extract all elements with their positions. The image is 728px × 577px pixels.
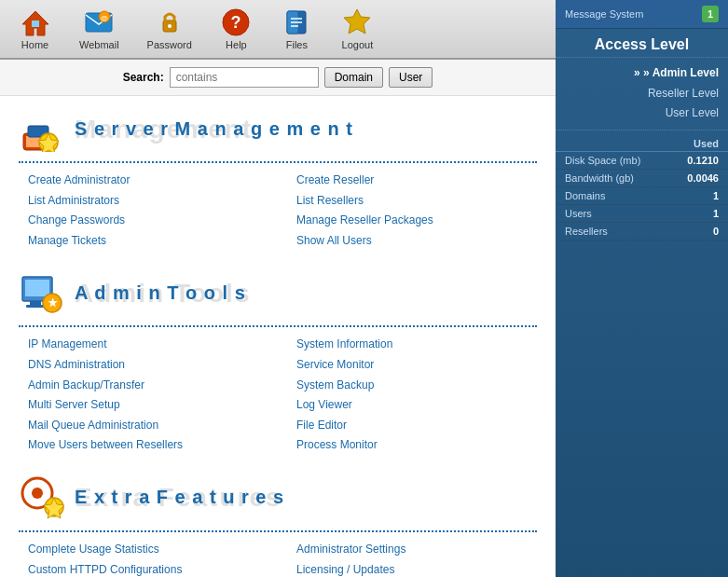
link-manage-tickets[interactable]: Manage Tickets [28,234,106,247]
nav-label-password: Password [147,39,192,50]
link-system-information[interactable]: System Information [296,337,392,350]
link-licensing--updates[interactable]: Licensing / Updates [296,563,394,576]
stat-row-bandwidth-gb: Bandwidth (gb)0.0046 [556,170,728,187]
section-header-extra-features: Extra FeaturesE x t r a F e a t u r e s [19,474,537,521]
link-create-reseller[interactable]: Create Reseller [296,173,374,186]
nav-item-help[interactable]: ?Help [211,4,262,54]
webmail-icon: @ [84,7,114,37]
stat-value: 0.0046 [687,172,719,184]
link-admin-backuptransfer[interactable]: Admin Backup/Transfer [28,378,144,392]
section-admin-tools: ★ Admin ToolsA d m i n T o o l sIP Manag… [19,269,537,456]
section-links-col1-extra-features: Complete Usage StatisticsCustom HTTPD Co… [28,540,268,577]
section-links-server-management: Create AdministratorList AdministratorsC… [19,171,537,251]
message-count-badge[interactable]: 1 [702,6,719,22]
section-title-server-management: S e r v e r M a n a g e m e n t [75,118,353,140]
svg-rect-21 [25,280,49,296]
link-create-administrator[interactable]: Create Administrator [28,173,130,186]
link-list-resellers[interactable]: List Resellers [296,194,364,207]
nav-item-home[interactable]: Home [9,4,61,54]
nav-item-webmail[interactable]: @Webmail [70,4,129,54]
section-links-col2-server-management: Create ResellerList ResellersManage Rese… [296,171,537,251]
nav-item-password[interactable]: Password [138,4,201,54]
section-title-admin-tools: A d m i n T o o l s [75,282,246,304]
section-icon-server-management [19,105,65,152]
section-divider-extra-features [19,530,537,532]
stat-row-users: Users1 [556,205,728,223]
domain-button[interactable]: Domain [324,67,383,88]
link-process-monitor[interactable]: Process Monitor [296,438,378,451]
link-manage-reseller-packages[interactable]: Manage Reseller Packages [296,213,433,227]
logout-icon [342,7,372,37]
sidebar: Message System 1 Access Level » Admin Le… [556,0,728,577]
access-level-reseller-level[interactable]: Reseller Level [565,84,719,104]
svg-point-27 [32,488,43,499]
stat-label: Bandwidth (gb) [565,172,634,184]
link-move-users-between-resellers[interactable]: Move Users between Resellers [28,438,183,451]
top-nav: Home@WebmailPassword?HelpFilesLogout [0,0,556,60]
svg-rect-23 [26,305,45,308]
link-custom-httpd-configurations[interactable]: Custom HTTPD Configurations [28,563,182,576]
stat-label: Resellers [565,226,608,237]
link-service-monitor[interactable]: Service Monitor [296,358,374,371]
svg-rect-22 [30,301,41,305]
section-title-wrapper-admin-tools: Admin ToolsA d m i n T o o l s [75,282,246,304]
section-title-wrapper-server-management: ManagementS e r v e r M a n a g e m e n … [75,118,353,140]
stat-label: Domains [565,190,605,201]
link-ip-management[interactable]: IP Management [28,337,107,350]
nav-item-files[interactable]: Files [271,4,323,54]
password-icon [155,7,185,37]
stat-label: Users [565,208,592,219]
stat-value: 1 [713,208,719,219]
help-icon: ? [221,7,251,37]
stat-value: 1 [713,190,719,201]
link-mail-queue-administration[interactable]: Mail Queue Administration [28,419,158,432]
link-show-all-users[interactable]: Show All Users [296,234,372,247]
access-level-admin-level[interactable]: » Admin Level [565,63,719,84]
stat-row-domains: Domains1 [556,187,728,205]
section-title-extra-features: E x t r a F e a t u r e s [75,487,284,508]
access-level-user-level[interactable]: User Level [565,103,719,124]
svg-text:@: @ [101,14,108,22]
nav-label-webmail: Webmail [79,39,119,50]
access-level-title: Access Level [556,29,728,58]
link-complete-usage-statistics[interactable]: Complete Usage Statistics [28,543,159,556]
section-header-server-management: ManagementS e r v e r M a n a g e m e n … [19,105,537,152]
svg-text:?: ? [231,13,241,32]
search-input[interactable] [170,67,319,88]
section-links-col2-admin-tools: System InformationService MonitorSystem … [296,335,537,456]
link-dns-administration[interactable]: DNS Administration [28,358,125,371]
content-area: ManagementS e r v e r M a n a g e m e n … [0,96,556,577]
nav-label-home: Home [21,39,48,50]
access-levels-list: » Admin LevelReseller LevelUser Level [556,58,728,131]
stat-label: Disk Space (mb) [565,155,640,166]
section-divider-server-management [19,161,537,163]
link-multi-server-setup[interactable]: Multi Server Setup [28,398,120,411]
section-links-extra-features: Complete Usage StatisticsCustom HTTPD Co… [19,540,537,577]
nav-label-files: Files [286,39,308,50]
stat-row-disk-space-mb: Disk Space (mb)0.1210 [556,152,728,170]
svg-rect-1 [32,21,39,27]
link-file-editor[interactable]: File Editor [296,419,347,432]
link-administrator-settings[interactable]: Administrator Settings [296,543,405,556]
link-log-viewer[interactable]: Log Viewer [296,398,352,411]
nav-item-logout[interactable]: Logout [332,4,383,54]
section-title-wrapper-extra-features: Extra FeaturesE x t r a F e a t u r e s [75,487,284,508]
home-icon [21,7,50,37]
user-button[interactable]: User [389,67,433,88]
stats-panel: Used Disk Space (mb)0.1210Bandwidth (gb)… [556,131,728,246]
svg-point-6 [168,24,172,28]
svg-marker-14 [344,9,370,34]
section-links-col1-server-management: Create AdministratorList AdministratorsC… [28,171,268,251]
link-system-backup[interactable]: System Backup [296,378,374,392]
message-system-label: Message System [565,8,643,20]
svg-text:★: ★ [48,296,58,309]
section-divider-admin-tools [19,325,537,327]
stat-value: 0 [713,226,719,237]
stat-value: 0.1210 [687,155,719,166]
section-links-admin-tools: IP ManagementDNS AdministrationAdmin Bac… [19,335,537,456]
search-label: Search: [123,71,164,84]
link-list-administrators[interactable]: List Administrators [28,194,119,207]
stats-header: Used [556,136,728,152]
link-change-passwords[interactable]: Change Passwords [28,213,125,227]
section-links-col1-admin-tools: IP ManagementDNS AdministrationAdmin Bac… [28,335,268,456]
